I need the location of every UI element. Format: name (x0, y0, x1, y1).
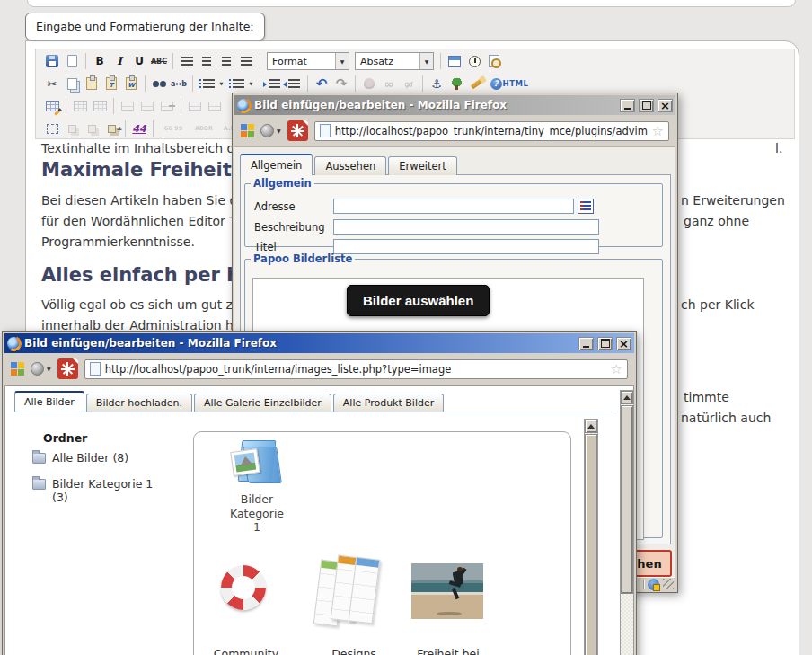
page-icon (320, 124, 331, 137)
image-properties-icon (360, 75, 378, 93)
unlink-icon: ∞̷ (400, 75, 418, 93)
cleanup-icon[interactable] (467, 75, 485, 93)
tab-aussehen[interactable]: Aussehen (314, 156, 386, 175)
browser-toolbar: ▼ http://localhost/papoo_trunk/interna/t… (234, 115, 675, 147)
minimize-button[interactable] (620, 99, 635, 112)
close-button[interactable] (616, 337, 631, 350)
globe-icon[interactable] (31, 362, 44, 376)
insert-time-icon[interactable] (465, 52, 483, 70)
cut-icon[interactable] (43, 75, 61, 93)
fieldset-image-list-legend: Papoo Bilderliste (251, 252, 355, 265)
url-field[interactable]: http://localhost/papoo_trunk/interna/tin… (314, 121, 669, 141)
chevron-down-icon[interactable]: ▼ (247, 75, 255, 92)
description-input[interactable] (333, 219, 599, 235)
thumbnail-community[interactable] (217, 565, 277, 623)
resize-grip[interactable] (663, 579, 674, 589)
scroll-thumb[interactable] (585, 434, 597, 655)
tab-erweitert[interactable]: Erweitert (388, 156, 457, 175)
window-scrollbar[interactable] (620, 390, 634, 655)
find-icon[interactable] (150, 75, 168, 93)
align-justify-button[interactable] (237, 52, 255, 70)
insert-date-icon[interactable] (446, 52, 463, 70)
insert-layer-icon[interactable] (102, 119, 120, 137)
address-label: Adresse (254, 200, 330, 213)
close-button[interactable] (658, 99, 673, 112)
browser-toolbar: ▼ http://localhost/papoo_trunk/interna/i… (4, 353, 634, 385)
copy-icon[interactable] (63, 75, 81, 93)
url-field[interactable]: http://localhost/papoo_trunk/interna/ima… (84, 359, 628, 379)
tab-allgemein[interactable]: Allgemein (240, 154, 313, 175)
save-icon[interactable] (43, 52, 61, 70)
image-list-browse-icon[interactable] (578, 199, 594, 214)
align-right-button[interactable] (217, 52, 235, 70)
link-icon: ∞ (380, 75, 398, 93)
fieldset-general: Allgemein Adresse Beschreibung Titel (244, 177, 663, 247)
tabs-underline (7, 412, 615, 412)
editor-text-fragment: ch per Klick (681, 297, 755, 313)
folder-item-kategorie-1[interactable]: Bilder Kategorie 1(3) (32, 477, 153, 504)
undo-icon[interactable]: ↶ (313, 75, 331, 93)
inner-scrollbar[interactable] (584, 419, 598, 655)
indent-icon[interactable] (265, 75, 283, 93)
address-input[interactable] (333, 199, 574, 214)
image-dialog-titlebar[interactable]: Bild einfügen/bearbeiten - Mozilla Firef… (234, 95, 675, 115)
category-tile-label: Bilder Kategorie 1 (212, 492, 302, 535)
numbered-list-icon[interactable] (227, 75, 245, 93)
bookmark-star-icon[interactable]: ☆ (611, 361, 622, 377)
preview-icon[interactable] (485, 52, 503, 70)
insert-table-icon[interactable] (43, 97, 61, 115)
bullet-list-icon[interactable] (198, 75, 216, 93)
italic-button[interactable]: I (110, 52, 128, 70)
thumbnail-designs[interactable] (316, 555, 392, 638)
papoo-logo-icon[interactable] (57, 358, 78, 379)
underline-button[interactable]: U (130, 52, 148, 70)
insert-row-before-icon (119, 97, 137, 115)
papoo-logo-icon[interactable] (287, 120, 308, 141)
tab-bilder-hochladen[interactable]: Bilder hochladen. (86, 394, 192, 412)
tab-produkt-bilder[interactable]: Alle Produkt Bilder (333, 394, 444, 412)
find-replace-icon[interactable]: a↔b (170, 75, 188, 93)
paste-word-icon[interactable]: W (122, 75, 140, 93)
bookmark-star-icon[interactable]: ☆ (652, 123, 664, 139)
style-properties-icon[interactable]: 44 (130, 119, 148, 137)
image-list-titlebar[interactable]: Bild einfügen/bearbeiten - Mozilla Firef… (4, 333, 634, 353)
separator (355, 75, 356, 92)
chevron-down-icon[interactable]: ▼ (217, 75, 225, 92)
globe-icon[interactable] (260, 124, 274, 137)
paragraph-select[interactable]: Absatz▼ (355, 52, 434, 70)
tab-galerie-einzelbilder[interactable]: Alle Galerie Einzelbilder (194, 394, 331, 412)
paste-text-icon[interactable]: T (102, 75, 120, 93)
title-label: Titel (254, 241, 330, 253)
select-images-button[interactable]: Bilder auswählen (347, 285, 490, 316)
minimize-button[interactable] (578, 337, 594, 350)
new-document-icon[interactable] (63, 52, 81, 70)
chevron-down-icon[interactable]: ▼ (277, 128, 281, 134)
chevron-down-icon: ▼ (335, 53, 349, 69)
html-source-button[interactable]: HTML (507, 75, 525, 93)
folder-item-alle-bilder[interactable]: Alle Bilder (8) (32, 451, 128, 465)
scroll-thumb[interactable] (621, 405, 633, 594)
category-tile[interactable]: Bilder Kategorie 1 (212, 438, 302, 535)
paste-icon[interactable] (83, 75, 101, 93)
editor-text-line: Völlig egal ob es sich um gut zu (41, 297, 241, 313)
insert-image-icon[interactable] (447, 75, 465, 93)
maximize-button[interactable] (597, 337, 613, 350)
strikethrough-button[interactable]: ABC (150, 52, 168, 70)
scroll-up-button[interactable] (585, 420, 597, 433)
align-center-button[interactable] (198, 52, 216, 70)
thumbnail-beach-photo[interactable] (411, 563, 483, 619)
outdent-icon[interactable] (285, 75, 303, 93)
separator (145, 75, 146, 92)
tab-alle-bilder[interactable]: Alle Bilder (14, 391, 84, 412)
anchor-icon[interactable] (428, 75, 446, 93)
align-left-button[interactable] (178, 52, 196, 70)
scroll-up-button[interactable] (621, 391, 633, 404)
quick-launch-icon[interactable] (11, 362, 24, 376)
redo-icon[interactable]: ↷ (332, 75, 350, 93)
visual-aid-icon[interactable] (43, 119, 61, 137)
format-select[interactable]: Format▼ (267, 52, 349, 70)
maximize-button[interactable] (639, 99, 654, 112)
quick-launch-icon[interactable] (241, 124, 254, 137)
chevron-down-icon[interactable]: ▼ (47, 366, 51, 372)
bold-button[interactable]: B (91, 52, 109, 70)
